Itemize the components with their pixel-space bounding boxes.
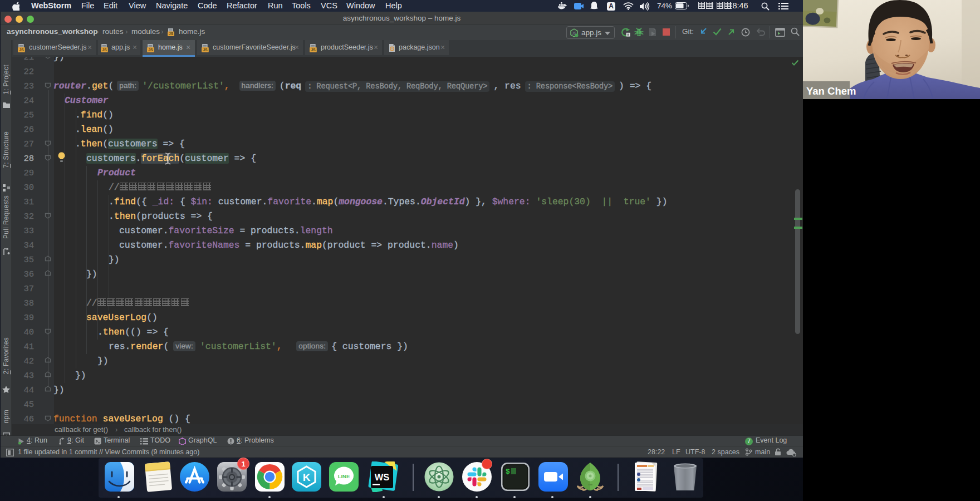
svg-text:LINE: LINE <box>338 473 350 479</box>
svg-text:JS: JS <box>102 48 107 52</box>
svg-text:Yan Chem: Yan Chem <box>806 85 856 97</box>
svg-text:K: K <box>303 471 311 483</box>
svg-text:JS: JS <box>203 48 208 52</box>
svg-text:WS: WS <box>375 472 390 482</box>
svg-text:$: $ <box>506 468 510 476</box>
svg-text:JS: JS <box>148 48 153 52</box>
svg-text:JS: JS <box>19 48 24 52</box>
svg-text:JS: JS <box>311 48 316 52</box>
svg-text:JS: JS <box>169 32 174 36</box>
